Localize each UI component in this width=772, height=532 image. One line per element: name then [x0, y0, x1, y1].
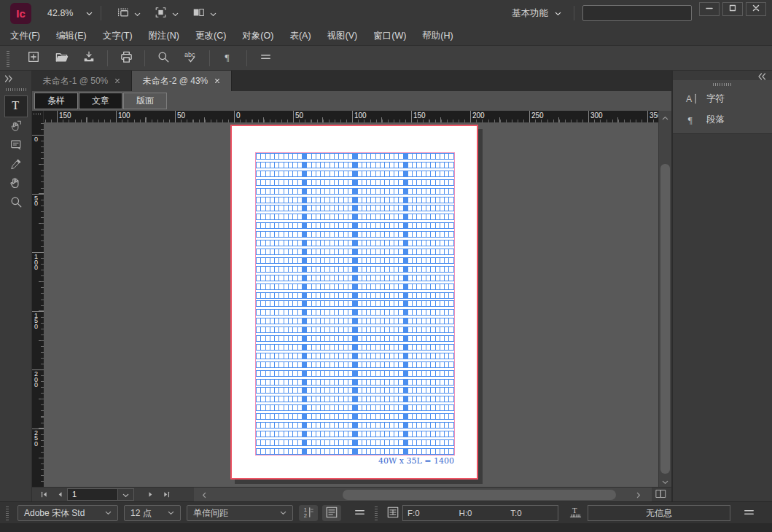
grid-cell [312, 449, 316, 454]
screen-mode-dropdown[interactable] [185, 6, 223, 21]
close-tab-icon[interactable] [214, 78, 220, 84]
menu-item[interactable]: 编辑(E) [48, 30, 95, 42]
grid-cell [394, 336, 398, 341]
menu-item[interactable]: 文字(T) [95, 30, 141, 42]
workspace-switcher[interactable]: 基本功能 [507, 7, 566, 20]
grid-cell [426, 345, 430, 350]
grid-cell [321, 449, 324, 454]
statusbar-menu-button[interactable] [741, 506, 757, 520]
zoom-tool[interactable] [4, 193, 28, 212]
search-input[interactable] [582, 5, 692, 21]
grid-group-separator [303, 249, 306, 254]
toolbar-drag-handle[interactable] [7, 50, 9, 67]
line-spacing-select[interactable]: 单倍间距 [187, 505, 293, 521]
panel-item-段落[interactable]: ¶段落 [673, 109, 772, 130]
panel-group-drag-handle[interactable] [713, 83, 732, 86]
grid-cell [381, 223, 384, 228]
grid-cell [408, 214, 412, 219]
view-tab[interactable]: 条样 [34, 93, 78, 109]
close-button[interactable] [746, 2, 766, 16]
grid-cell [436, 258, 440, 263]
grid-cell [312, 258, 316, 263]
scroll-left-button[interactable] [198, 489, 210, 501]
open-folder-button[interactable] [52, 49, 71, 68]
menu-item[interactable]: 文件(F) [2, 30, 48, 42]
menu-item[interactable]: 窗口(W) [365, 30, 414, 42]
view-tab[interactable]: 文章 [79, 93, 122, 109]
menu-item[interactable]: 表(A) [281, 30, 319, 42]
grid-cell [367, 180, 370, 185]
grid-cell [275, 431, 278, 437]
previous-page-button[interactable] [54, 489, 66, 501]
grid-group-separator [353, 336, 356, 341]
document-tab[interactable]: 未命名-2 @ 43% [132, 71, 232, 91]
document-tab[interactable]: 未命名-1 @ 50% [32, 71, 132, 91]
spellcheck-button[interactable]: abc [182, 49, 200, 68]
last-page-button[interactable] [160, 489, 172, 501]
frame-mode-dropdown[interactable] [147, 6, 185, 21]
statusbar-drag-handle[interactable] [375, 506, 378, 520]
tools-panel-expand-button[interactable] [0, 71, 13, 85]
line-numbers-button[interactable]: 12 [299, 505, 318, 521]
grid-cell [385, 431, 389, 437]
tools-panel-drag-handle[interactable] [6, 88, 26, 91]
horizontal-scrollbar[interactable] [194, 488, 652, 502]
page-navigation-strip: 1 [32, 487, 671, 501]
grid-cell [298, 249, 302, 254]
grid-cell [445, 318, 448, 324]
text-frame-button[interactable] [322, 505, 341, 521]
panel-item-字符[interactable]: A字符 [673, 88, 772, 109]
scroll-right-button[interactable] [633, 489, 644, 501]
close-tab-icon[interactable] [114, 78, 120, 84]
grid-cell [422, 318, 426, 324]
grid-cell [426, 362, 430, 367]
grid-cell [385, 206, 389, 211]
spread-view-button[interactable] [652, 488, 668, 501]
grid-cell [417, 197, 421, 203]
statusbar-menu-button[interactable] [351, 506, 367, 520]
menu-item[interactable]: 更改(C) [187, 30, 234, 42]
menu-item[interactable]: 帮助(H) [414, 30, 461, 42]
next-page-button[interactable] [144, 489, 156, 501]
statusbar-drag-handle[interactable] [6, 506, 9, 520]
position-tool[interactable] [4, 117, 28, 136]
new-doc-button[interactable] [24, 49, 43, 68]
horizontal-scrollbar-thumb[interactable] [343, 490, 616, 500]
menu-item[interactable]: 视图(V) [319, 30, 366, 42]
page-number-dropdown[interactable] [117, 489, 133, 500]
minimize-button[interactable] [699, 2, 720, 16]
manuscript-grid-frame[interactable] [256, 153, 454, 455]
maximize-button[interactable] [722, 2, 743, 16]
zoom-level-dropdown[interactable]: 42.8% [47, 8, 93, 18]
print-button[interactable] [117, 49, 136, 68]
hand-tool[interactable] [4, 174, 28, 193]
panel-menu-button[interactable] [256, 49, 275, 68]
grid-cell [449, 249, 453, 254]
type-tool[interactable]: T [4, 95, 28, 117]
first-page-button[interactable] [38, 489, 50, 501]
menu-item[interactable]: 对象(O) [234, 30, 281, 42]
grid-cell [445, 189, 448, 194]
view-tab[interactable]: 版面 [123, 93, 167, 109]
grid-cell [289, 310, 292, 315]
grid-cell [339, 223, 343, 228]
vertical-scrollbar-thumb[interactable] [660, 164, 670, 474]
pilcrow-button[interactable]: ¶ [219, 49, 238, 68]
scroll-down-button[interactable] [659, 475, 671, 487]
font-family-select[interactable]: Adobe 宋体 Std [17, 505, 118, 521]
collapse-panels-button[interactable] [757, 71, 766, 82]
search-button[interactable] [154, 49, 173, 68]
page-number-field[interactable]: 1 [67, 488, 134, 501]
menu-item[interactable]: 附注(N) [141, 30, 187, 42]
save-button[interactable] [79, 49, 98, 68]
grid-group-separator [303, 275, 306, 281]
scroll-up-button[interactable] [658, 111, 671, 122]
text-ruler-icon: T [569, 506, 582, 521]
font-size-select[interactable]: 12 点 [124, 505, 181, 521]
grid-group-separator [353, 267, 356, 272]
story-editor-dropdown[interactable] [109, 6, 147, 21]
vertical-scrollbar[interactable] [658, 122, 671, 487]
note-tool[interactable] [4, 136, 28, 155]
eyedropper-tool[interactable] [4, 155, 28, 174]
grid-cell [298, 223, 302, 228]
